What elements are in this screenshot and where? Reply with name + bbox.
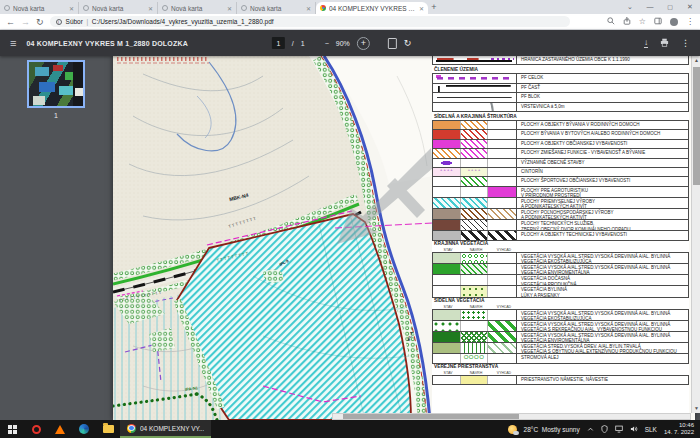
legend-symbol-sw-olive [433, 343, 461, 353]
horizontal-scrollbar[interactable] [332, 413, 691, 420]
legend-text: PLOCHY A OBJEKTY TECHNICKEJ VYBAVENOSTI [517, 231, 688, 239]
chevron-up-icon[interactable] [587, 426, 594, 433]
browser-tab-1[interactable]: Nová karta✕ [79, 2, 158, 14]
tab-title: Nová karta [13, 5, 66, 12]
legend-symbol-pat-crossgreen: + + + + [461, 168, 489, 176]
search-icon[interactable] [607, 17, 615, 27]
back-icon[interactable]: ← [6, 17, 15, 27]
profile-avatar[interactable] [670, 18, 678, 26]
legend-symbol-sw-mag [433, 140, 461, 148]
share-icon[interactable] [623, 17, 631, 27]
legend-text: VEGETÁCIA VYSOKÁ A/AL.STRED.VYSOKÁ DREVI… [517, 310, 688, 320]
legend-symbol-sw-gbrown [433, 209, 461, 219]
active-task-button[interactable]: 04 KOMPLEXNY VY... [120, 420, 211, 438]
tab-title: Nová karta [92, 5, 145, 12]
shield-icon[interactable] [601, 425, 608, 433]
address-bar[interactable]: i Súbor | C:/Users/Ja/Downloads/4_vykres… [50, 16, 570, 27]
legend-symbol-hx-cyan [433, 198, 461, 208]
reload-icon[interactable]: ↻ [36, 17, 44, 27]
tab-title: Nová karta [250, 5, 303, 12]
scroll-up-icon[interactable]: ▲ [692, 56, 700, 65]
page-info-icon[interactable]: i [56, 19, 62, 25]
monitor-icon[interactable] [615, 425, 623, 433]
legend-swatch [433, 321, 517, 331]
edge-taskbar-button[interactable] [72, 420, 96, 438]
screen: Nová karta✕Nová karta✕Nová karta✕Nová ka… [0, 0, 700, 438]
tab-title: 04 KOMPLEXNY VYKRES M 1_2... [329, 5, 416, 12]
legend-symbol-sw-green [433, 264, 461, 274]
thumbnail-pane: 1 [0, 56, 110, 420]
zoom-level[interactable]: 90% [336, 40, 350, 47]
page-thumbnail[interactable] [27, 60, 85, 108]
legend-symbol-hx-red [461, 130, 489, 138]
legend-swatch [433, 275, 517, 285]
print-icon[interactable] [660, 38, 669, 49]
legend-symbol-sw-gray [433, 231, 461, 239]
pdf-menu-icon[interactable]: ≡ [10, 37, 16, 49]
legend-symbol-hx-mag [461, 149, 489, 157]
legend-text: VEGETÁCIA DOČASNÁVEGETÁCIA PRODUKČNÁ [517, 275, 688, 285]
legend-text: HRANICA ZASTAVANÉHO ÚZEMIA OBCE K 1.1.19… [517, 56, 688, 64]
tab-close-icon[interactable]: ✕ [69, 5, 74, 12]
edge-icon [79, 424, 89, 434]
legend-text: VEGETÁCIA STRED.VYSOKÁ DREV. A/AL.BYLIN.… [517, 343, 688, 353]
page-total: 1 [301, 40, 305, 47]
legend-row: PLOCHY BÝVANIA V BYTOVÝCH A/ALEBO RODINN… [432, 129, 689, 139]
legend-symbol-sw-red [433, 130, 461, 138]
legend-section-title: KRAJINNÁ VEGETÁCIASTAVNÁVRHVÝHĽAD [432, 241, 689, 253]
weather-text[interactable]: 28°C Mostly sunny [524, 426, 580, 433]
legend-text: VEGETÁCIA VYSOKÁ A/AL.STRED.VYSOKÁ DREVI… [517, 253, 688, 263]
forward-icon[interactable]: → [21, 17, 30, 27]
explorer-taskbar-button[interactable] [96, 420, 120, 438]
rotate-icon[interactable]: ↻ [404, 38, 412, 48]
browser-tab-3[interactable]: Nová karta✕ [237, 2, 316, 14]
side-panel-icon[interactable] [654, 17, 662, 27]
zoom-out-button[interactable]: − [325, 40, 329, 47]
tab-close-icon[interactable]: ✕ [306, 5, 311, 12]
map-drawing: T T T T T T T T T T T T T T T T T T T T … [113, 56, 433, 420]
vertical-scrollbar[interactable]: ▲ ▼ [691, 56, 700, 413]
browser-tab-2[interactable]: Nová karta✕ [158, 2, 237, 14]
vertical-scrollbar-thumb[interactable] [693, 67, 700, 185]
language-indicator[interactable]: SLK [645, 426, 657, 433]
time: 10:46 [664, 422, 694, 430]
legend-text: VEGETÁCIA VYSOKÁ A/AL.STRED.VYSOKÁ DREVI… [517, 264, 688, 274]
scroll-down-icon[interactable]: ▼ [692, 404, 700, 413]
zoom-in-button[interactable]: + [357, 37, 370, 50]
legend-symbol-empty [488, 177, 516, 185]
legend-row: HRANICA ZASTAVANÉHO ÚZEMIA OBCE K 1.1.19… [432, 56, 689, 65]
browser-menu-icon[interactable]: ⋮ [686, 18, 694, 26]
legend-swatch [433, 198, 517, 208]
new-tab-button[interactable]: + [428, 2, 440, 14]
close-icon[interactable]: ✕ [680, 0, 700, 14]
start-button[interactable] [0, 420, 24, 438]
download-icon[interactable]: ↓ [644, 39, 648, 48]
minimize-icon[interactable]: — [640, 0, 660, 14]
opera-taskbar-button[interactable] [24, 420, 48, 438]
legend-swatch [433, 253, 517, 263]
legend-symbol-empty [433, 177, 461, 185]
legend-symbol-ln-vrst [433, 103, 516, 111]
bookmark-star-icon[interactable]: ☆ [639, 18, 646, 26]
legend-text: VRSTEVNICA á 5,0m [517, 103, 688, 111]
horizontal-scrollbar-thumb[interactable] [343, 414, 519, 419]
tab-close-icon[interactable]: ✕ [148, 5, 153, 12]
browser-tab-0[interactable]: Nová karta✕ [0, 2, 79, 14]
maximize-icon[interactable]: ▢ [660, 0, 680, 14]
tab-close-icon[interactable]: ✕ [419, 5, 424, 12]
weather-icon[interactable] [508, 425, 517, 434]
pdf-more-icon[interactable]: ⋮ [681, 38, 690, 48]
legend-symbol-pat-rings: OOOO [461, 354, 489, 362]
speaker-icon[interactable] [630, 425, 638, 433]
browser-tab-4[interactable]: 04 KOMPLEXNY VYKRES M 1_2...✕ [316, 2, 428, 14]
page-number-input[interactable]: 1 [272, 37, 285, 49]
vlc-taskbar-button[interactable] [48, 420, 72, 438]
legend-symbol-hx-gstripe [488, 321, 516, 331]
legend-symbol-empty [488, 354, 516, 362]
tab-search-chevron-icon[interactable]: ⌄ [620, 0, 640, 14]
taskbar-clock[interactable]: 10:46 14. 7. 2022 [664, 422, 694, 437]
legend-text: PLOCHY A OBJEKTY BÝVANIA V RODINNÝCH DOM… [517, 121, 688, 129]
legend-text: PLOCHY PRE AGROTURISTIKUV PRÍRODNOM PROS… [517, 187, 688, 197]
tab-close-icon[interactable]: ✕ [227, 5, 232, 12]
fit-page-icon[interactable] [388, 38, 397, 49]
